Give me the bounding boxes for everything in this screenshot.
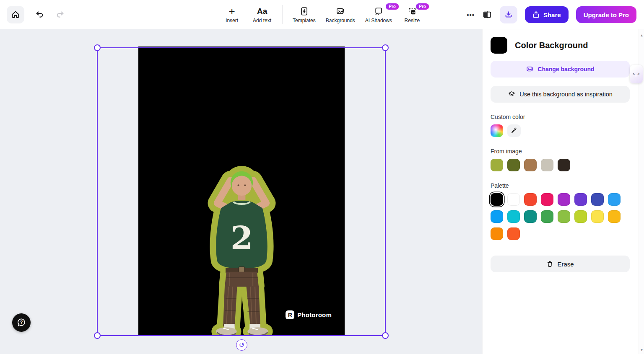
color-swatch[interactable] <box>524 193 537 206</box>
upgrade-label: Upgrade to Pro <box>584 11 629 18</box>
color-swatch[interactable] <box>591 193 604 206</box>
download-icon <box>504 10 513 19</box>
toolbar-item-label: Backgrounds <box>326 18 355 23</box>
photoroom-watermark: R Photoroom <box>286 310 332 319</box>
erase-label: Erase <box>557 261 574 268</box>
resize-handle-top-left[interactable] <box>94 44 101 51</box>
help-icon: ? <box>16 317 27 328</box>
toolbar-item-insert[interactable]: + Insert <box>222 6 242 23</box>
color-swatch[interactable] <box>524 210 537 223</box>
toolbar-item-label: Insert <box>226 18 238 23</box>
help-button[interactable]: ? <box>12 313 31 332</box>
redo-icon <box>55 10 65 20</box>
color-swatch[interactable] <box>558 159 570 171</box>
resize-handle-bottom-left[interactable] <box>94 332 101 339</box>
more-options-button[interactable]: ••• <box>467 11 475 18</box>
image-icon <box>526 65 534 73</box>
share-label: Share <box>543 11 561 18</box>
pro-badge: Pro <box>386 3 399 10</box>
more-icon: ••• <box>467 11 475 18</box>
photoroom-logo-icon: R <box>286 310 294 319</box>
plus-icon: + <box>229 6 235 16</box>
toolbar-item-label: Resize <box>405 18 420 23</box>
current-color-swatch[interactable] <box>491 37 507 54</box>
face-icon: >_< <box>633 72 640 76</box>
color-swatch[interactable] <box>541 193 553 206</box>
scroll-down-arrow-icon[interactable]: ▼ <box>639 348 644 352</box>
toolbar-item-templates[interactable]: Templates <box>293 6 316 23</box>
color-swatch[interactable] <box>507 210 520 223</box>
color-swatch[interactable] <box>541 159 553 171</box>
toolbar-item-add-text[interactable]: Aa Add text <box>252 6 272 23</box>
from-image-label: From image <box>491 148 629 155</box>
color-swatch[interactable] <box>608 210 621 223</box>
eyedropper-icon <box>511 127 517 134</box>
backgrounds-icon <box>335 6 345 16</box>
color-swatch[interactable] <box>507 227 520 240</box>
color-swatch[interactable] <box>491 210 503 223</box>
color-swatch[interactable] <box>491 227 503 240</box>
panel-title: Color Background <box>515 41 588 50</box>
svg-text:2: 2 <box>231 219 253 257</box>
inspiration-label: Use this background as inspiration <box>519 91 613 98</box>
toolbar-item-label: Templates <box>293 18 316 23</box>
share-icon <box>532 11 540 18</box>
color-swatch[interactable] <box>507 193 520 206</box>
home-icon <box>11 10 20 19</box>
change-background-label: Change background <box>538 66 594 72</box>
toolbar-divider <box>282 5 283 24</box>
resize-handle-top-right[interactable] <box>382 44 389 51</box>
color-swatch[interactable] <box>491 159 503 171</box>
use-background-inspiration-button[interactable]: Use this background as inspiration <box>491 86 630 103</box>
color-swatch[interactable] <box>558 210 570 223</box>
toolbar-item-resize[interactable]: Pro Resize <box>402 6 422 23</box>
trash-icon <box>546 260 553 268</box>
pro-badge: Pro <box>416 3 429 10</box>
palette-swatches <box>491 193 626 240</box>
compare-icon <box>483 10 492 19</box>
toolbar-item-label: Add text <box>253 18 271 23</box>
watermark-text: Photoroom <box>297 311 332 318</box>
compare-button[interactable] <box>482 10 492 20</box>
template-icon <box>300 6 309 16</box>
palette-label: Palette <box>491 182 629 189</box>
peek-face-tab[interactable]: >_< <box>630 65 643 83</box>
color-swatch[interactable] <box>507 159 520 171</box>
color-swatch[interactable] <box>574 210 587 223</box>
upgrade-to-pro-button[interactable]: Upgrade to Pro <box>576 6 636 23</box>
layers-icon <box>508 90 516 98</box>
scroll-up-arrow-icon[interactable]: ▲ <box>639 34 644 37</box>
toolbar-item-backgrounds[interactable]: Backgrounds <box>326 6 355 23</box>
color-swatch[interactable] <box>608 193 621 206</box>
rotate-handle[interactable]: ↺ <box>236 339 247 351</box>
resize-icon <box>408 6 417 16</box>
custom-color-picker[interactable] <box>491 124 503 137</box>
subject-person-cutout[interactable]: 2 <box>190 161 293 336</box>
undo-icon <box>34 10 44 20</box>
color-swatch[interactable] <box>541 210 553 223</box>
eyedropper-button[interactable] <box>507 124 521 137</box>
image-artboard[interactable]: 2 R P <box>138 47 345 336</box>
ai-shadows-icon <box>374 6 383 16</box>
erase-button[interactable]: Erase <box>491 256 630 272</box>
svg-text:?: ? <box>20 320 23 325</box>
color-swatch[interactable] <box>491 193 503 206</box>
change-background-button[interactable]: Change background <box>491 61 630 78</box>
rotate-icon: ↺ <box>239 341 244 349</box>
color-swatch[interactable] <box>574 193 587 206</box>
redo-button[interactable] <box>55 9 66 21</box>
share-button[interactable]: Share <box>525 6 569 23</box>
toolbar-item-ai-shadows[interactable]: Pro AI Shadows <box>365 6 392 23</box>
properties-panel: Color Background Change background Use t… <box>482 29 644 354</box>
home-button[interactable] <box>7 6 24 23</box>
download-button[interactable] <box>500 6 517 23</box>
color-swatch[interactable] <box>558 193 570 206</box>
text-icon: Aa <box>257 6 267 16</box>
undo-button[interactable] <box>34 9 45 21</box>
color-swatch[interactable] <box>591 210 604 223</box>
custom-color-label: Custom color <box>491 114 629 120</box>
resize-handle-bottom-right[interactable] <box>382 332 389 339</box>
color-swatch[interactable] <box>524 159 537 171</box>
top-toolbar: + Insert Aa Add text Templates <box>0 0 644 29</box>
editor-canvas[interactable]: 2 R P <box>0 29 482 354</box>
